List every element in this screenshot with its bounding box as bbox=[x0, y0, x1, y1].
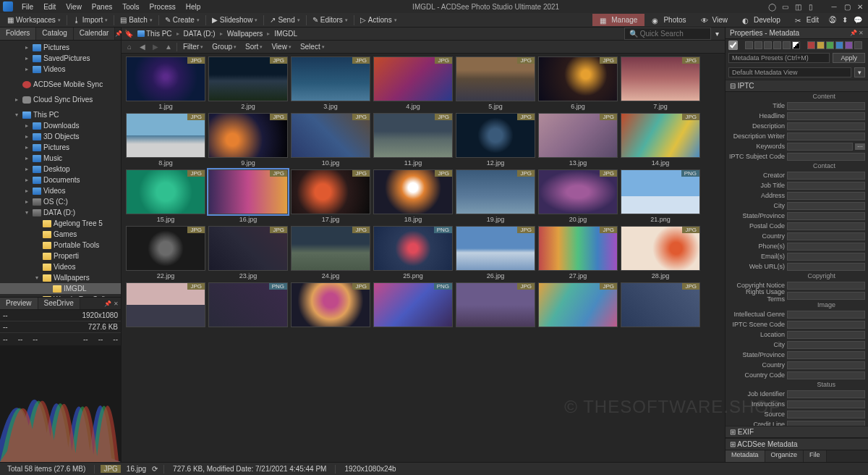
nav-back-icon[interactable]: ◀ bbox=[137, 42, 148, 52]
nav-up-icon[interactable]: ▲ bbox=[163, 42, 174, 52]
slideshow-button[interactable]: ▶ Slideshow ▾ bbox=[208, 14, 263, 25]
thumbnail[interactable]: JPG4.jpg bbox=[373, 56, 453, 112]
preview-close-icon[interactable]: ✕ bbox=[114, 300, 119, 307]
bottom-tab-metadata[interactable]: Metadata bbox=[726, 450, 765, 462]
thumbnail[interactable]: PNG21.png bbox=[621, 169, 700, 224]
actions-button[interactable]: ▷ Actions ▾ bbox=[356, 14, 401, 25]
nav-bookmark-icon[interactable]: 🔖 bbox=[124, 30, 133, 38]
mode-365[interactable]: ㉟ bbox=[826, 14, 839, 26]
mode-chat[interactable]: 💬 bbox=[851, 14, 865, 26]
sort-button[interactable]: Sort ▾ bbox=[242, 42, 265, 51]
crumb-datad[interactable]: DATA (D:) bbox=[181, 29, 218, 38]
acdsee-metadata-header[interactable]: ⊞ ACDSee Metadata bbox=[726, 438, 868, 450]
thumbnail[interactable]: JPG3.jpg bbox=[291, 56, 370, 112]
folder-tree[interactable]: ▸Pictures ▸SavedPictures ▸Videos ACDSee … bbox=[0, 41, 121, 297]
mode-view[interactable]: 👁View bbox=[694, 14, 736, 26]
metadata-presets[interactable]: Metadata Presets (Ctrl+M) bbox=[728, 53, 830, 63]
layout-icon-1[interactable]: ▭ bbox=[780, 2, 790, 11]
bottom-tab-organize[interactable]: Organize bbox=[765, 450, 804, 462]
thumbnail[interactable]: JPG bbox=[126, 282, 205, 337]
select-button[interactable]: Select ▾ bbox=[297, 42, 328, 51]
metadata-view[interactable]: Default Metadata View bbox=[728, 67, 851, 77]
group-button[interactable]: Group ▾ bbox=[209, 42, 239, 51]
import-button[interactable]: ⭳ Import ▾ bbox=[69, 14, 112, 25]
thumbnail[interactable]: JPG12.jpg bbox=[456, 113, 535, 168]
thumbnail[interactable]: JPG17.jpg bbox=[291, 169, 370, 224]
layout-icon-2[interactable]: ◫ bbox=[793, 2, 803, 11]
thumbnail[interactable]: JPG22.jpg bbox=[126, 226, 205, 281]
thumbnail[interactable]: JPG24.jpg bbox=[291, 226, 370, 281]
thumbnail[interactable]: PNG bbox=[208, 282, 288, 337]
tab-catalog[interactable]: Catalog bbox=[36, 28, 73, 40]
thumbnail[interactable]: JPG18.jpg bbox=[373, 169, 453, 224]
user-icon[interactable]: ◯ bbox=[767, 2, 777, 11]
thumbnail[interactable]: JPG23.jpg bbox=[208, 226, 288, 281]
thumbnail[interactable]: PNG25.png bbox=[373, 226, 453, 281]
thumbnail[interactable]: PNG bbox=[373, 282, 453, 337]
thumbnail[interactable]: JPG5.jpg bbox=[456, 56, 535, 112]
thumbnail[interactable]: JPG9.jpg bbox=[208, 113, 288, 168]
layout-icon-3[interactable]: ▯ bbox=[806, 2, 816, 11]
quick-search[interactable]: 🔍 Quick Search bbox=[624, 28, 711, 40]
thumbnail[interactable]: JPG7.jpg bbox=[621, 56, 700, 112]
tab-preview[interactable]: Preview bbox=[0, 298, 38, 309]
thumbnail[interactable]: JPG14.jpg bbox=[621, 113, 700, 168]
crumb-imgdl[interactable]: IMGDL bbox=[271, 29, 300, 38]
menu-panes[interactable]: Panes bbox=[88, 1, 116, 12]
send-button[interactable]: ↗ Send ▾ bbox=[265, 14, 304, 25]
minimize-button[interactable]: ─ bbox=[829, 2, 839, 11]
keywords-more-icon[interactable]: ⋯ bbox=[855, 143, 865, 150]
thumbnail[interactable]: JPG2.jpg bbox=[208, 56, 288, 112]
tab-calendar[interactable]: Calendar bbox=[74, 28, 116, 40]
menu-process[interactable]: Process bbox=[145, 1, 180, 12]
menu-view[interactable]: View bbox=[61, 1, 86, 12]
bottom-tab-file[interactable]: File bbox=[804, 450, 827, 462]
crumb-wallpapers[interactable]: Wallpapers bbox=[224, 29, 266, 38]
thumbnail[interactable]: JPG1.jpg bbox=[126, 56, 205, 112]
thumbnail[interactable]: JPG10.jpg bbox=[291, 113, 370, 168]
mode-manage[interactable]: ▦Manage bbox=[592, 14, 644, 26]
search-menu-icon[interactable]: ▾ bbox=[712, 30, 722, 38]
preview-pin-icon[interactable]: 📌 bbox=[104, 300, 111, 307]
workspaces-button[interactable]: ▦ Workspaces ▾ bbox=[3, 14, 65, 25]
apply-button[interactable]: Apply bbox=[833, 53, 865, 63]
mode-photos[interactable]: ◉Photos bbox=[644, 14, 693, 26]
mode-edit[interactable]: ✂Edit bbox=[788, 14, 826, 26]
menu-help[interactable]: Help bbox=[182, 1, 205, 12]
nav-home-icon[interactable]: ⌂ bbox=[124, 42, 135, 52]
thumbnail[interactable]: JPG6.jpg bbox=[538, 56, 618, 112]
menu-tools[interactable]: Tools bbox=[118, 1, 143, 12]
thumbnail[interactable]: JPG16.jpg bbox=[208, 169, 288, 224]
thumbnail[interactable]: JPG15.jpg bbox=[126, 169, 205, 224]
thumbnail[interactable]: JPG28.jpg bbox=[621, 226, 700, 281]
mode-develop[interactable]: ◐Develop bbox=[735, 14, 788, 26]
view-button[interactable]: View ▾ bbox=[268, 42, 294, 51]
maximize-button[interactable]: ▢ bbox=[842, 2, 852, 11]
tab-folders[interactable]: Folders bbox=[0, 28, 36, 40]
iptc-header[interactable]: ⊟ IPTC bbox=[726, 80, 868, 92]
thumbnail[interactable]: JPG20.jpg bbox=[538, 169, 618, 224]
thumbnail-grid[interactable]: JPG1.jpgJPG2.jpgJPG3.jpgJPG4.jpgJPG5.jpg… bbox=[122, 54, 725, 462]
mode-dashboard[interactable]: ⬍ bbox=[839, 14, 851, 26]
nav-fwd-icon[interactable]: ▶ bbox=[150, 42, 161, 52]
editors-button[interactable]: ✎ Editors ▾ bbox=[308, 14, 352, 25]
menu-edit[interactable]: Edit bbox=[39, 1, 60, 12]
thumbnail[interactable]: JPG26.jpg bbox=[456, 226, 535, 281]
create-button[interactable]: ✎ Create ▾ bbox=[161, 14, 204, 25]
tag-checkbox[interactable] bbox=[728, 41, 738, 50]
thumbnail[interactable]: JPG bbox=[456, 282, 535, 337]
close-button[interactable]: ✕ bbox=[855, 2, 865, 11]
thumbnail[interactable]: JPG13.jpg bbox=[538, 113, 618, 168]
thumbnail[interactable]: JPG bbox=[621, 282, 700, 337]
filter-button[interactable]: Filter ▾ bbox=[180, 42, 206, 51]
batch-button[interactable]: ▤ Batch ▾ bbox=[116, 14, 157, 25]
thumbnail[interactable]: JPG8.jpg bbox=[126, 113, 205, 168]
thumbnail[interactable]: JPG11.jpg bbox=[373, 113, 453, 168]
crumb-thispc[interactable]: This PC bbox=[135, 29, 175, 38]
thumbnail[interactable]: JPG bbox=[291, 282, 370, 337]
menu-file[interactable]: File bbox=[17, 1, 38, 12]
thumbnail[interactable]: JPG19.jpg bbox=[456, 169, 535, 224]
tab-seedrive[interactable]: SeeDrive bbox=[38, 298, 80, 309]
rating-color-row[interactable] bbox=[726, 39, 868, 51]
thumbnail[interactable]: JPG bbox=[538, 282, 618, 337]
